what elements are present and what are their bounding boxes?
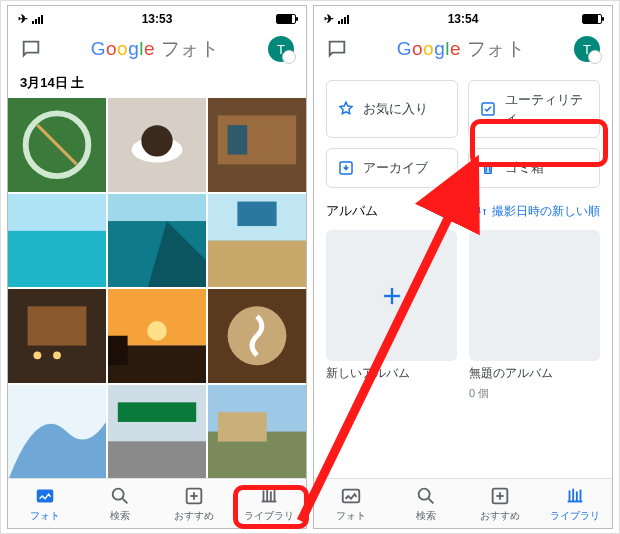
tab-label: 検索 (416, 509, 436, 523)
tab-label: ライブラリ (244, 509, 294, 523)
photo-thumbnail[interactable] (8, 98, 106, 192)
svg-rect-15 (237, 201, 276, 226)
chip-label: お気に入り (363, 100, 428, 118)
svg-point-18 (33, 351, 41, 359)
album-thumb (469, 230, 600, 361)
section-title: アルバム (326, 202, 378, 220)
app-header: Google フォト T (8, 28, 306, 72)
tab-photos[interactable]: フォト (8, 479, 83, 528)
photo-thumbnail[interactable] (108, 194, 206, 288)
chip-label: アーカイブ (363, 159, 428, 177)
suggest-icon (183, 485, 205, 507)
avatar[interactable]: T (574, 36, 600, 62)
chat-icon[interactable] (326, 38, 348, 60)
search-icon (415, 485, 437, 507)
photos-icon (34, 485, 56, 507)
tab-suggest[interactable]: おすすめ (463, 479, 538, 528)
app-title: Google フォト (91, 36, 220, 62)
phone-left: ✈︎ 13:53 Google フォト T 3月14日 土 フォト 検索 おすす… (7, 5, 307, 529)
chat-icon[interactable] (20, 38, 42, 60)
album-label: 新しいアルバム (326, 365, 457, 382)
svg-rect-17 (28, 306, 87, 345)
date-header: 3月14日 土 (8, 72, 306, 98)
svg-rect-28 (108, 441, 206, 478)
phone-right: ✈︎ 13:54 Google フォト T お気に入り ユーティリティ アーカイ… (313, 5, 613, 529)
app-header: Google フォト T (314, 28, 612, 72)
chip-utilities[interactable]: ユーティリティ (468, 80, 600, 138)
status-bar: ✈︎ 13:54 (314, 6, 612, 28)
svg-rect-10 (8, 230, 106, 287)
tab-label: フォト (336, 509, 366, 523)
status-bar: ✈︎ 13:53 (8, 6, 306, 28)
tab-suggest[interactable]: おすすめ (157, 479, 232, 528)
svg-point-19 (53, 351, 61, 359)
status-time: 13:54 (314, 12, 612, 26)
tab-label: ライブラリ (550, 509, 600, 523)
photo-thumbnail[interactable] (208, 289, 306, 383)
svg-rect-23 (108, 336, 128, 365)
photo-thumbnail[interactable] (108, 385, 206, 479)
photo-thumbnail[interactable] (108, 289, 206, 383)
star-icon (337, 100, 355, 118)
album-new[interactable]: 新しいアルバム (326, 230, 457, 401)
photo-thumbnail[interactable] (8, 289, 106, 383)
tab-label: 検索 (110, 509, 130, 523)
sort-button[interactable]: 撮影日時の新しい順 (476, 203, 600, 220)
photo-thumbnail[interactable] (208, 98, 306, 192)
photo-thumbnail[interactable] (108, 98, 206, 192)
archive-icon (337, 159, 355, 177)
library-content: お気に入り ユーティリティ アーカイブ ゴミ箱 アルバム 撮影日時の新しい順 新… (314, 72, 612, 478)
svg-point-49 (418, 489, 429, 500)
tab-label: フォト (30, 509, 60, 523)
tab-search[interactable]: 検索 (83, 479, 158, 528)
search-icon (109, 485, 131, 507)
album-untitled[interactable]: 無題のアルバム 0 個 (469, 230, 600, 401)
chip-label: ゴミ箱 (505, 159, 544, 177)
status-time: 13:53 (8, 12, 306, 26)
svg-line-35 (123, 499, 128, 504)
svg-rect-33 (37, 490, 54, 503)
battery-icon (582, 14, 602, 24)
chip-favorites[interactable]: お気に入り (326, 80, 458, 138)
chip-archive[interactable]: アーカイブ (326, 148, 458, 188)
svg-rect-11 (108, 194, 206, 221)
library-icon (258, 485, 280, 507)
battery-icon (276, 14, 296, 24)
chip-trash[interactable]: ゴミ箱 (468, 148, 600, 188)
svg-point-5 (141, 125, 172, 156)
albums-grid: 新しいアルバム 無題のアルバム 0 個 (326, 230, 600, 401)
svg-rect-29 (118, 402, 196, 422)
photo-thumbnail[interactable] (208, 385, 306, 479)
photo-grid[interactable] (8, 98, 306, 478)
suggest-icon (489, 485, 511, 507)
tab-library[interactable]: ライブラリ (538, 479, 613, 528)
svg-rect-14 (208, 240, 306, 287)
tab-label: おすすめ (174, 509, 214, 523)
svg-line-50 (429, 499, 434, 504)
albums-section-header: アルバム 撮影日時の新しい順 (326, 202, 600, 220)
album-count: 0 個 (469, 386, 600, 401)
album-thumb (326, 230, 457, 361)
bottom-tabs: フォト 検索 おすすめ ライブラリ (314, 478, 612, 528)
photo-thumbnail[interactable] (8, 194, 106, 288)
svg-point-22 (147, 321, 167, 341)
tab-library[interactable]: ライブラリ (232, 479, 307, 528)
trash-icon (479, 159, 497, 177)
sort-icon (476, 205, 488, 217)
app-title: Google フォト (397, 36, 526, 62)
svg-rect-8 (228, 125, 248, 154)
chip-label: ユーティリティ (505, 91, 589, 127)
svg-rect-32 (218, 412, 267, 441)
library-icon (564, 485, 586, 507)
svg-point-34 (112, 489, 123, 500)
tab-photos[interactable]: フォト (314, 479, 389, 528)
tab-search[interactable]: 検索 (389, 479, 464, 528)
photo-thumbnail[interactable] (208, 194, 306, 288)
photo-thumbnail[interactable] (8, 385, 106, 479)
avatar[interactable]: T (268, 36, 294, 62)
category-chips: お気に入り ユーティリティ アーカイブ ゴミ箱 (326, 80, 600, 188)
utility-icon (479, 100, 497, 118)
album-label: 無題のアルバム (469, 365, 600, 382)
tab-label: おすすめ (480, 509, 520, 523)
bottom-tabs: フォト 検索 おすすめ ライブラリ (8, 478, 306, 528)
